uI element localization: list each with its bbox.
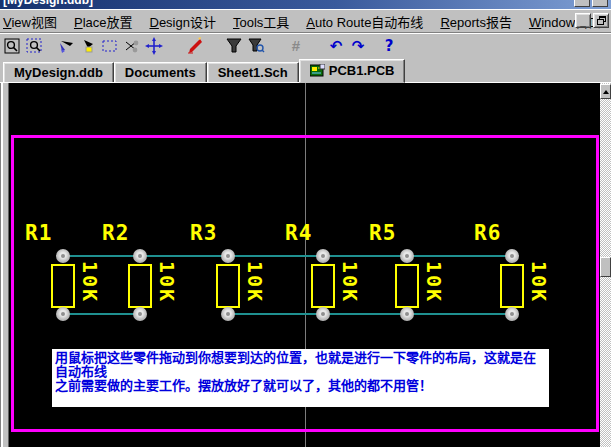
grid-toggle-button[interactable]: # bbox=[285, 35, 307, 57]
pad[interactable] bbox=[56, 249, 70, 263]
pad[interactable] bbox=[133, 307, 147, 321]
pcb-canvas[interactable]: R1 10K R2 10K R3 10K R4 10K bbox=[9, 83, 600, 447]
probe-knife-icon bbox=[57, 37, 75, 55]
deselect-button[interactable] bbox=[121, 35, 143, 57]
funnel-magnifier-icon bbox=[247, 37, 265, 55]
tab-mydesign-ddb[interactable]: MyDesign.ddb bbox=[3, 62, 114, 83]
help-icon: ? bbox=[385, 37, 394, 55]
move-cross-icon bbox=[145, 37, 163, 55]
tab-pcb1-pcb[interactable]: PCB1.PCB bbox=[299, 59, 406, 83]
scrollbar-thumb[interactable] bbox=[600, 257, 611, 277]
grid-icon: # bbox=[292, 37, 300, 54]
menu-reports[interactable]: Reports报告 bbox=[431, 9, 521, 34]
resistor-body bbox=[128, 264, 152, 308]
help-button[interactable]: ? bbox=[378, 35, 400, 57]
work-area: R1 10K R2 10K R3 10K R4 10K bbox=[0, 83, 611, 447]
zoom-area-button[interactable] bbox=[24, 35, 46, 57]
undo-button[interactable]: ↶ bbox=[325, 35, 347, 57]
menu-design[interactable]: Design设计 bbox=[140, 9, 224, 34]
pad[interactable] bbox=[56, 307, 70, 321]
document-window-controls: _ bbox=[575, 13, 609, 28]
value-label: 10K bbox=[155, 261, 179, 303]
menu-place[interactable]: Place放置 bbox=[65, 9, 142, 34]
value-label: 10K bbox=[243, 261, 267, 303]
designator-label: R6 bbox=[474, 221, 501, 245]
arrow-up-icon bbox=[603, 90, 609, 94]
resistor-body bbox=[395, 264, 419, 308]
select-area-button[interactable] bbox=[99, 35, 121, 57]
resistor-body bbox=[216, 264, 240, 308]
instruction-note[interactable]: 用鼠标把这些零件拖动到你想要到达的位置，也就是进行一下零件的布局，这就是在自动布… bbox=[52, 349, 549, 407]
filter-button[interactable] bbox=[223, 35, 245, 57]
note-line-2: 之前需要做的主要工作。摆放放好了就可以了，其他的都不用管！ bbox=[55, 379, 546, 393]
value-label: 10K bbox=[422, 261, 446, 303]
vertical-scrollbar[interactable] bbox=[600, 83, 611, 447]
component-r5[interactable]: R5 10K bbox=[395, 221, 475, 333]
designator-label: R4 bbox=[285, 221, 312, 245]
highlight-pen-button[interactable] bbox=[77, 35, 99, 57]
restore-button[interactable] bbox=[593, 13, 609, 28]
value-label: 10K bbox=[527, 261, 551, 303]
move-object-button[interactable] bbox=[143, 35, 165, 57]
menu-tools[interactable]: Tools工具 bbox=[224, 9, 298, 34]
toolbar: # ↶ ↷ ? bbox=[0, 32, 611, 58]
window-title: [MyDesign.ddb] bbox=[3, 0, 93, 7]
pad[interactable] bbox=[316, 249, 330, 263]
filter-zoom-button[interactable] bbox=[245, 35, 267, 57]
titlebar-minimize-button[interactable] bbox=[574, 0, 590, 7]
pcb-document-icon bbox=[310, 64, 325, 77]
menu-bar: View视图 Place放置 Design设计 Tools工具 Auto Rou… bbox=[0, 9, 611, 32]
magnifier-area-icon bbox=[26, 37, 44, 55]
pad[interactable] bbox=[400, 249, 414, 263]
scroll-up-button[interactable] bbox=[600, 84, 611, 99]
designator-label: R5 bbox=[369, 221, 396, 245]
designator-label: R1 bbox=[25, 221, 52, 245]
tab-label: Documents bbox=[125, 65, 196, 80]
funnel-icon bbox=[225, 37, 243, 55]
component-r6[interactable]: R6 10K bbox=[500, 221, 580, 333]
designator-label: R2 bbox=[102, 221, 129, 245]
resistor-body bbox=[500, 264, 524, 308]
redo-icon: ↷ bbox=[352, 37, 365, 55]
scatter-dots-icon bbox=[123, 37, 141, 55]
pad[interactable] bbox=[316, 307, 330, 321]
resistor-body bbox=[311, 264, 335, 308]
pad[interactable] bbox=[133, 249, 147, 263]
restore-icon bbox=[597, 16, 606, 25]
minimize-button[interactable]: _ bbox=[575, 13, 591, 28]
red-pencil-icon bbox=[185, 37, 203, 55]
cross-probe-button[interactable] bbox=[55, 35, 77, 57]
pad[interactable] bbox=[505, 249, 519, 263]
left-edge-strip bbox=[0, 83, 9, 447]
component-r3[interactable]: R3 10K bbox=[216, 221, 296, 333]
menu-autoroute[interactable]: Auto Route自动布线 bbox=[297, 9, 432, 34]
pad[interactable] bbox=[400, 307, 414, 321]
undo-icon: ↶ bbox=[330, 37, 343, 55]
pad[interactable] bbox=[505, 307, 519, 321]
pcb-editor-window: { "window": { "title_fragment": "[MyDesi… bbox=[0, 0, 611, 447]
tab-label: PCB1.PCB bbox=[329, 63, 395, 78]
tab-sheet1-sch[interactable]: Sheet1.Sch bbox=[207, 62, 299, 83]
value-label: 10K bbox=[78, 261, 102, 303]
document-tab-bar: MyDesign.ddb Documents Sheet1.Sch PCB1.P… bbox=[0, 58, 611, 83]
tab-documents[interactable]: Documents bbox=[114, 62, 207, 83]
pad[interactable] bbox=[221, 307, 235, 321]
pen-icon bbox=[79, 37, 97, 55]
designator-label: R3 bbox=[190, 221, 217, 245]
value-label: 10K bbox=[338, 261, 362, 303]
pad[interactable] bbox=[221, 249, 235, 263]
titlebar-restore-button[interactable] bbox=[592, 0, 608, 7]
note-line-1: 用鼠标把这些零件拖动到你想要到达的位置，也就是进行一下零件的布局，这就是在自动布… bbox=[55, 351, 546, 379]
redo-button[interactable]: ↷ bbox=[347, 35, 369, 57]
menu-view[interactable]: View视图 bbox=[0, 9, 66, 34]
selection-rect-icon bbox=[101, 37, 119, 55]
tab-label: MyDesign.ddb bbox=[14, 65, 103, 80]
zoom-window-button[interactable] bbox=[2, 35, 24, 57]
magnifier-icon bbox=[4, 37, 22, 55]
tab-label: Sheet1.Sch bbox=[218, 65, 288, 80]
resistor-body bbox=[51, 264, 75, 308]
interactive-edit-button[interactable] bbox=[183, 35, 205, 57]
